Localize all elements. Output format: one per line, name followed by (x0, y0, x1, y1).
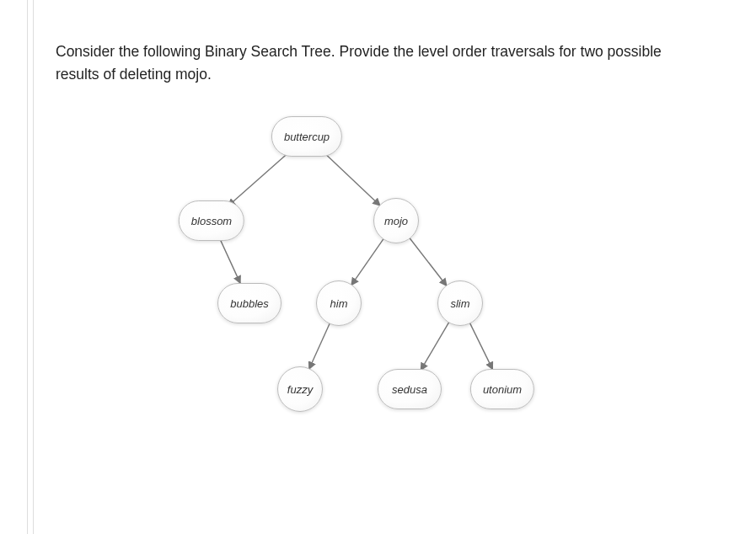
node-label: blossom (191, 215, 232, 227)
bst-diagram: buttercup blossom mojo bubbles him slim … (56, 103, 713, 465)
node-label: buttercup (284, 131, 330, 143)
node-blossom: blossom (179, 200, 244, 241)
node-him: him (316, 280, 362, 326)
node-label: him (330, 297, 348, 310)
node-label: slim (450, 297, 469, 310)
edge-slim-sedusa (421, 323, 449, 371)
node-buttercup: buttercup (271, 116, 342, 157)
node-utonium: utonium (470, 369, 534, 409)
node-bubbles: bubbles (217, 283, 281, 323)
node-label: mojo (384, 215, 408, 227)
edge-buttercup-mojo (323, 152, 380, 206)
edge-blossom-bubbles (221, 241, 240, 284)
node-fuzzy: fuzzy (277, 366, 323, 412)
node-label: utonium (483, 383, 522, 396)
node-mojo: mojo (373, 198, 419, 243)
node-label: bubbles (230, 297, 269, 310)
edge-him-fuzzy (309, 323, 330, 370)
edge-buttercup-blossom (228, 151, 290, 206)
edge-mojo-slim (410, 238, 447, 286)
question-line-1: Consider the following Binary Search Tre… (56, 43, 662, 60)
tree-edges (56, 103, 713, 465)
question-line-2: results of deleting mojo. (56, 66, 212, 83)
node-label: fuzzy (287, 383, 313, 396)
question-text: Consider the following Binary Search Tre… (56, 0, 734, 86)
node-slim: slim (437, 280, 483, 326)
edge-slim-utonium (469, 323, 492, 370)
node-label: sedusa (392, 383, 427, 396)
edge-mojo-him (351, 239, 383, 286)
node-sedusa: sedusa (378, 369, 442, 409)
